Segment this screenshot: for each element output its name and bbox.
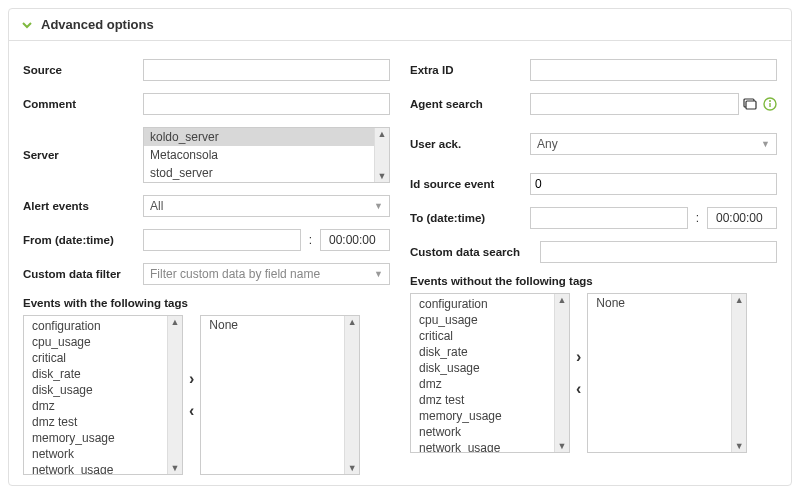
available-tags-listbox[interactable]: configuration cpu_usage critical disk_ra… — [410, 293, 570, 453]
tag-option[interactable]: network_usage — [411, 440, 554, 452]
svg-rect-4 — [769, 103, 770, 107]
caret-down-icon: ▼ — [374, 269, 383, 279]
agent-search-label: Agent search — [410, 98, 530, 110]
tag-option[interactable]: disk_usage — [411, 360, 554, 376]
scroll-down-icon[interactable]: ▼ — [378, 170, 387, 182]
tag-option[interactable]: configuration — [411, 296, 554, 312]
tag-option[interactable]: dmz test — [24, 414, 167, 430]
remove-tag-button[interactable]: ‹ — [576, 380, 581, 398]
server-icon[interactable] — [743, 98, 757, 110]
advanced-options-panel: Advanced options Source Comment Server — [8, 8, 792, 486]
alert-events-label: Alert events — [23, 200, 143, 212]
events-with-tags-label: Events with the following tags — [23, 297, 390, 309]
tag-option[interactable]: dmz test — [411, 392, 554, 408]
to-date-input[interactable] — [530, 207, 688, 229]
comment-input[interactable] — [143, 93, 390, 115]
selected-tags-listbox[interactable]: None ▲▼ — [200, 315, 360, 475]
server-option[interactable]: stod_server — [144, 164, 374, 182]
server-option[interactable]: koldo_server — [144, 128, 374, 146]
panel-body: Source Comment Server koldo_server Metac… — [9, 41, 791, 485]
tags-with-picker: configuration cpu_usage critical disk_ra… — [23, 315, 390, 475]
tag-option[interactable]: dmz — [411, 376, 554, 392]
scroll-up-icon[interactable]: ▲ — [735, 294, 744, 306]
tag-option[interactable]: cpu_usage — [24, 334, 167, 350]
agent-search-input[interactable] — [530, 93, 739, 115]
extra-id-label: Extra ID — [410, 64, 530, 76]
server-label: Server — [23, 149, 143, 161]
tag-option[interactable]: network — [24, 446, 167, 462]
svg-point-3 — [769, 100, 771, 102]
alert-events-select[interactable]: All ▼ — [143, 195, 390, 217]
add-tag-button[interactable]: › — [189, 370, 194, 388]
panel-header[interactable]: Advanced options — [9, 9, 791, 41]
scrollbar[interactable]: ▲▼ — [554, 294, 569, 452]
left-column: Source Comment Server koldo_server Metac… — [23, 59, 390, 475]
remove-tag-button[interactable]: ‹ — [189, 402, 194, 420]
scroll-down-icon[interactable]: ▼ — [171, 462, 180, 474]
custom-filter-select[interactable]: Filter custom data by field name ▼ — [143, 263, 390, 285]
tag-option[interactable]: dmz — [24, 398, 167, 414]
source-label: Source — [23, 64, 143, 76]
caret-down-icon: ▼ — [761, 139, 770, 149]
from-time-input[interactable]: 00:00:00 — [320, 229, 390, 251]
scroll-up-icon[interactable]: ▲ — [171, 316, 180, 328]
from-label: From (date:time) — [23, 234, 143, 246]
info-icon[interactable] — [763, 97, 777, 111]
scrollbar[interactable]: ▲▼ — [374, 128, 389, 182]
user-ack-select[interactable]: Any ▼ — [530, 133, 777, 155]
tag-option[interactable]: memory_usage — [411, 408, 554, 424]
server-option[interactable]: Metaconsola — [144, 146, 374, 164]
scrollbar[interactable]: ▲▼ — [731, 294, 746, 452]
tag-option[interactable]: memory_usage — [24, 430, 167, 446]
custom-search-label: Custom data search — [410, 246, 540, 258]
comment-label: Comment — [23, 98, 143, 110]
tag-option[interactable]: disk_rate — [411, 344, 554, 360]
selected-tags-listbox[interactable]: None ▲▼ — [587, 293, 747, 453]
right-column: Extra ID Agent search — [410, 59, 777, 475]
none-option[interactable]: None — [596, 296, 723, 310]
events-without-tags-label: Events without the following tags — [410, 275, 777, 287]
scroll-up-icon[interactable]: ▲ — [378, 128, 387, 140]
svg-rect-1 — [746, 101, 756, 109]
tags-without-picker: configuration cpu_usage critical disk_ra… — [410, 293, 777, 453]
custom-search-input[interactable] — [540, 241, 777, 263]
caret-down-icon: ▼ — [374, 201, 383, 211]
tag-option[interactable]: disk_rate — [24, 366, 167, 382]
add-tag-button[interactable]: › — [576, 348, 581, 366]
tag-option[interactable]: critical — [411, 328, 554, 344]
tag-option[interactable]: configuration — [24, 318, 167, 334]
user-ack-label: User ack. — [410, 138, 530, 150]
tag-option[interactable]: disk_usage — [24, 382, 167, 398]
to-label: To (date:time) — [410, 212, 530, 224]
from-date-input[interactable] — [143, 229, 301, 251]
scrollbar[interactable]: ▲▼ — [344, 316, 359, 474]
tag-option[interactable]: cpu_usage — [411, 312, 554, 328]
tag-option[interactable]: network — [411, 424, 554, 440]
id-source-event-input[interactable] — [530, 173, 777, 195]
id-source-event-label: Id source event — [410, 178, 530, 190]
source-input[interactable] — [143, 59, 390, 81]
server-listbox[interactable]: koldo_server Metaconsola stod_server ▲▼ — [143, 127, 390, 183]
scrollbar[interactable]: ▲▼ — [167, 316, 182, 474]
panel-title: Advanced options — [41, 17, 154, 32]
scroll-down-icon[interactable]: ▼ — [558, 440, 567, 452]
scroll-down-icon[interactable]: ▼ — [348, 462, 357, 474]
available-tags-listbox[interactable]: configuration cpu_usage critical disk_ra… — [23, 315, 183, 475]
tag-option[interactable]: critical — [24, 350, 167, 366]
custom-filter-label: Custom data filter — [23, 268, 143, 280]
tag-option[interactable]: network_usage — [24, 462, 167, 474]
scroll-down-icon[interactable]: ▼ — [735, 440, 744, 452]
scroll-up-icon[interactable]: ▲ — [558, 294, 567, 306]
to-time-input[interactable]: 00:00:00 — [707, 207, 777, 229]
scroll-up-icon[interactable]: ▲ — [348, 316, 357, 328]
none-option[interactable]: None — [209, 318, 336, 332]
extra-id-input[interactable] — [530, 59, 777, 81]
chevron-down-icon — [21, 19, 33, 31]
